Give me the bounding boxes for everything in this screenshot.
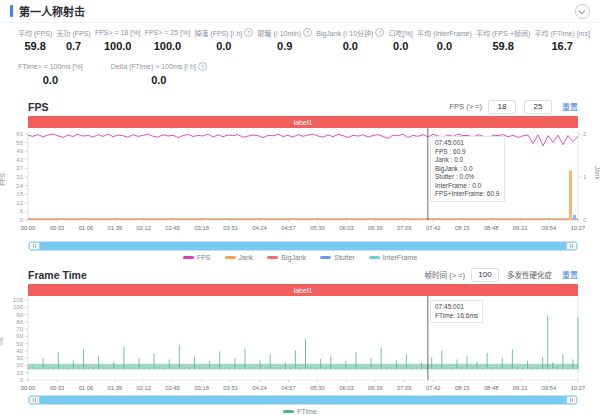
svg-text:09:54: 09:54 — [542, 225, 557, 231]
fps-chart-container: FPS Jank 6155494337312418126021000:0000:… — [0, 128, 600, 240]
svg-text:1: 1 — [583, 174, 587, 180]
svg-text:12: 12 — [16, 200, 23, 206]
title-accent-bar — [10, 5, 13, 17]
svg-text:80: 80 — [16, 319, 23, 325]
svg-text:43: 43 — [16, 157, 23, 163]
info-icon[interactable]: ? — [198, 62, 207, 71]
legend-marker — [267, 256, 278, 260]
svg-text:03:18: 03:18 — [194, 225, 209, 231]
svg-text:04:57: 04:57 — [281, 225, 296, 231]
chevron-down-icon — [578, 7, 585, 14]
svg-text:06:36: 06:36 — [368, 225, 383, 231]
ftime-tooltip-time: 07:45:001 — [435, 303, 478, 312]
scrollbar-handle-left[interactable] — [29, 242, 40, 250]
fps-threshold-high-input[interactable] — [524, 100, 552, 114]
fps-y-axis-label: FPS — [0, 173, 6, 186]
svg-text:07:09: 07:09 — [397, 225, 412, 231]
svg-text:02:45: 02:45 — [165, 385, 180, 391]
legend-item-stutter[interactable]: Stutter — [320, 254, 355, 261]
fps-section-title: FPS — [28, 101, 48, 113]
svg-text:06:03: 06:03 — [339, 225, 354, 231]
svg-text:00:00: 00:00 — [21, 225, 36, 231]
scrollbar-handle-right[interactable] — [566, 242, 577, 250]
legend-item-jank[interactable]: Jank — [225, 254, 254, 261]
svg-text:10:27: 10:27 — [571, 385, 586, 391]
stat-avg-fps: 平均 (FPS) 59.8 — [18, 28, 52, 52]
collapse-button[interactable] — [575, 4, 590, 19]
svg-text:09:21: 09:21 — [513, 225, 528, 231]
ftime-section-header: Frame Time 帧时间 (> =) 多发性硬化症 重置 — [28, 267, 578, 282]
svg-text:00:00: 00:00 — [21, 385, 36, 391]
summary-stats-row-2: FTime> = 100ms [%] 0.0 Delta (FTime) > 1… — [0, 55, 600, 93]
svg-text:00:33: 00:33 — [50, 385, 65, 391]
info-icon[interactable]: ? — [244, 28, 253, 37]
svg-text:01:39: 01:39 — [108, 385, 123, 391]
svg-text:10: 10 — [16, 370, 23, 376]
svg-text:55: 55 — [16, 140, 23, 146]
svg-text:0: 0 — [20, 217, 24, 223]
svg-text:03:18: 03:18 — [194, 385, 209, 391]
svg-text:04:57: 04:57 — [281, 385, 296, 391]
legend-item-interframe[interactable]: InterFrame — [369, 254, 417, 261]
svg-text:61: 61 — [16, 131, 23, 137]
svg-text:0: 0 — [583, 217, 587, 223]
stat-ftime-ge-100ms: FTime> = 100ms [%] 0.0 — [18, 62, 83, 89]
svg-text:08:15: 08:15 — [455, 385, 470, 391]
ftime-legend: FTime — [0, 407, 600, 415]
svg-text:2: 2 — [583, 131, 587, 137]
legend-marker — [183, 256, 194, 260]
fps-threshold-label: FPS (> =) — [449, 102, 482, 111]
stat-bigjank-per-10min: BigJank (/ 10分钟)? 0.0 — [316, 28, 384, 52]
fps-section-header: FPS FPS (> =) 重置 — [28, 99, 578, 114]
svg-text:90: 90 — [16, 312, 23, 318]
legend-item-ftime[interactable]: FTime — [283, 408, 317, 415]
svg-text:08:48: 08:48 — [484, 385, 499, 391]
svg-text:6: 6 — [20, 208, 24, 214]
svg-text:05:30: 05:30 — [310, 385, 325, 391]
svg-text:100: 100 — [13, 304, 24, 310]
stat-fps-ge-25: FPS> = 25 [%] 100.0 — [145, 28, 191, 52]
fps-threshold-low-input[interactable] — [488, 100, 516, 114]
svg-text:49: 49 — [16, 148, 23, 154]
ftime-section-title: Frame Time — [28, 269, 87, 281]
legend-marker — [369, 256, 380, 260]
svg-text:01:06: 01:06 — [79, 225, 94, 231]
fps-reset-button[interactable]: 重置 — [562, 101, 578, 112]
ftime-chart[interactable]: 109100908070605040302010000:0000:3301:06… — [0, 296, 600, 394]
ftime-reset-button[interactable]: 重置 — [562, 269, 578, 280]
info-icon[interactable]: ? — [303, 28, 312, 37]
svg-text:02:12: 02:12 — [137, 385, 152, 391]
svg-text:07:42: 07:42 — [426, 385, 441, 391]
ftime-threshold-input[interactable] — [471, 268, 499, 282]
summary-stats-row-1: 平均 (FPS) 59.8 无功 (FPS) 0.7 FPS> = 18 [%]… — [0, 23, 600, 55]
legend-marker — [283, 410, 294, 414]
ftime-unit-label: 多发性硬化症 — [507, 269, 552, 280]
svg-text:08:48: 08:48 — [484, 225, 499, 231]
svg-text:01:39: 01:39 — [108, 225, 123, 231]
stat-avg-ftime: 平均 (FTime) [ms] 16.7 — [535, 28, 590, 52]
fps-chart[interactable]: 6155494337312418126021000:0000:3301:0601… — [0, 128, 600, 240]
svg-text:05:30: 05:30 — [310, 225, 325, 231]
svg-text:02:45: 02:45 — [165, 225, 180, 231]
legend-item-fps[interactable]: FPS — [183, 254, 211, 261]
ftime-tooltip: 07:45:001 FTime: 16.6ms — [430, 300, 483, 323]
info-icon[interactable]: ? — [375, 28, 384, 37]
scrollbar-handle-left[interactable] — [29, 396, 40, 404]
scrollbar-handle-right[interactable] — [566, 396, 577, 404]
svg-text:03:51: 03:51 — [223, 385, 238, 391]
page-title: 第一人称射击 — [19, 3, 85, 19]
svg-text:06:36: 06:36 — [368, 385, 383, 391]
svg-text:60: 60 — [16, 333, 23, 339]
svg-text:109: 109 — [13, 297, 24, 303]
fps-right-axis-label: Jank — [594, 166, 600, 180]
svg-text:09:54: 09:54 — [542, 385, 557, 391]
ftime-chart-scrollbar[interactable] — [28, 395, 578, 405]
stat-stutter-pct: 口吃[%] 0.0 — [389, 28, 413, 52]
svg-text:04:24: 04:24 — [252, 225, 267, 231]
fps-chart-scrollbar[interactable] — [28, 241, 578, 251]
svg-text:06:03: 06:03 — [339, 385, 354, 391]
fps-tooltip: 07:45:001 FPS : 60.9 Jank : 0.0 BigJank … — [430, 136, 505, 202]
stat-fps-ge-18: FPS> = 18 [%] 100.0 — [95, 28, 141, 52]
svg-text:00:33: 00:33 — [50, 225, 65, 231]
legend-item-bigjank[interactable]: BigJank — [267, 254, 306, 261]
